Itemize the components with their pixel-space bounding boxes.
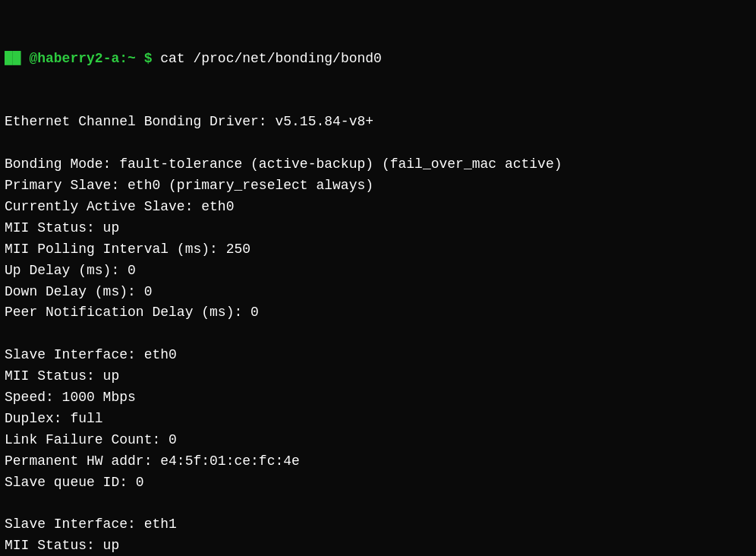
terminal-window: ██ @haberry2-a:~ $ cat /proc/net/bonding…	[0, 0, 756, 556]
output-line: Permanent HW addr: e4:5f:01:ce:fc:4e	[5, 451, 751, 472]
output-line: Duplex: full	[5, 409, 751, 430]
output-line	[5, 133, 751, 154]
output-line	[5, 493, 751, 514]
output-line: Peer Notification Delay (ms): 0	[5, 302, 751, 324]
output-line: Slave queue ID: 0	[5, 472, 751, 494]
output-line: Slave Interface: eth0	[5, 345, 751, 366]
terminal-output: Ethernet Channel Bonding Driver: v5.15.8…	[5, 112, 751, 556]
output-line: Primary Slave: eth0 (primary_reselect al…	[5, 175, 751, 197]
output-line: MII Status: up	[5, 366, 751, 387]
output-line: Speed: 1000 Mbps	[5, 387, 751, 409]
output-line: Up Delay (ms): 0	[5, 261, 751, 282]
output-line: MII Status: up	[5, 535, 751, 556]
output-line: Bonding Mode: fault-tolerance (active-ba…	[5, 154, 751, 175]
command-text: cat /proc/net/bonding/bond0	[152, 49, 381, 70]
user-host: @haberry2-a:~ $	[21, 49, 153, 70]
output-line: Ethernet Channel Bonding Driver: v5.15.8…	[5, 112, 751, 133]
prompt-line[interactable]: ██ @haberry2-a:~ $ cat /proc/net/bonding…	[5, 49, 751, 70]
output-line: Currently Active Slave: eth0	[5, 197, 751, 218]
output-line: Down Delay (ms): 0	[5, 282, 751, 303]
output-line: MII Status: up	[5, 218, 751, 239]
output-line: Slave Interface: eth1	[5, 514, 751, 535]
output-line: Link Failure Count: 0	[5, 430, 751, 451]
green-block: ██	[5, 49, 21, 70]
output-line: MII Polling Interval (ms): 250	[5, 239, 751, 261]
output-line	[5, 324, 751, 345]
